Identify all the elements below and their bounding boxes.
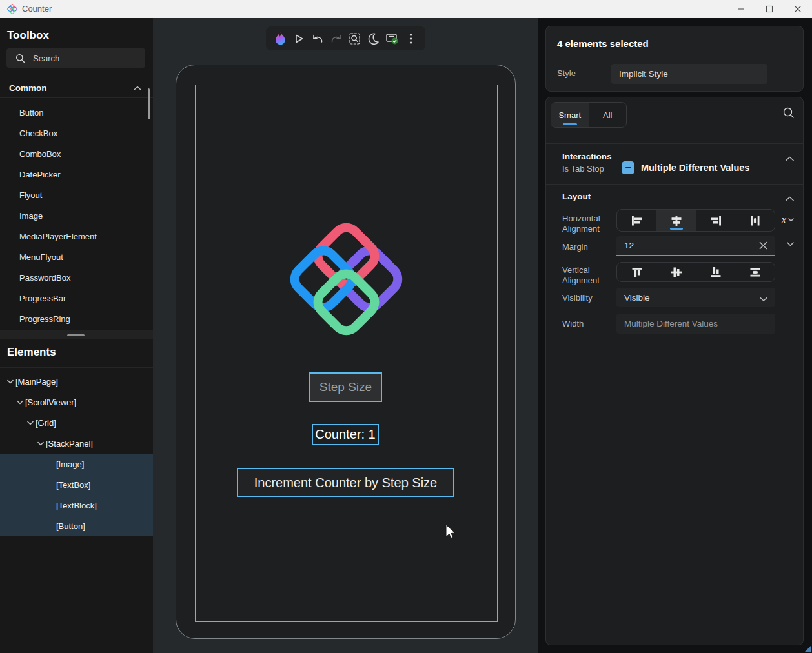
active-tab-indicator (563, 123, 577, 125)
toolbox-item-image[interactable]: Image (0, 205, 153, 226)
chevron-down-icon[interactable] (15, 400, 25, 405)
toolbox-item-passwordbox[interactable]: PasswordBox (0, 267, 153, 288)
chevron-up-icon (134, 86, 141, 91)
left-panel: Toolbox Common Button CheckBox ComboBox … (0, 18, 153, 653)
tab-all[interactable]: All (589, 103, 627, 127)
toolbox-item-progressbar[interactable]: ProgressBar (0, 288, 153, 308)
selection-title: 4 elements selected (557, 38, 649, 49)
tree-item-mainpage[interactable]: [MainPage] (0, 371, 153, 392)
toolbox-item-datepicker[interactable]: DatePicker (0, 164, 153, 185)
width-field[interactable]: Multiple Different Values (616, 314, 775, 334)
stretch-vertical-button[interactable] (735, 263, 775, 281)
style-value: Implicit Style (619, 69, 668, 79)
selection-card: 4 elements selected Style Implicit Style (545, 26, 804, 92)
theme-toggle-button[interactable] (365, 30, 382, 47)
chevron-down-icon[interactable] (25, 421, 36, 425)
chevron-down-icon (788, 218, 794, 222)
margin-field[interactable] (616, 236, 775, 256)
align-left-button[interactable] (617, 210, 656, 231)
toolbox-item-progressring[interactable]: ProgressRing (0, 308, 153, 329)
tree-item-image[interactable]: [Image] (0, 454, 153, 474)
toolbox-item-checkbox[interactable]: CheckBox (0, 123, 153, 143)
tab-smart[interactable]: Smart (551, 103, 589, 127)
visibility-dropdown[interactable]: Visible (616, 288, 775, 307)
panel-splitter[interactable] (0, 330, 153, 339)
tree-item-grid[interactable]: [Grid] (0, 412, 153, 433)
close-button[interactable] (784, 0, 812, 18)
align-center-horizontal-button[interactable] (656, 210, 696, 231)
stretch-horizontal-button[interactable] (735, 210, 775, 231)
window-resize-grip[interactable] (805, 646, 811, 652)
align-bottom-button[interactable] (696, 263, 735, 281)
properties-search-button[interactable] (782, 106, 795, 122)
toolbox-item-combobox[interactable]: ComboBox (0, 143, 153, 164)
toolbox-item-flyout[interactable]: Flyout (0, 185, 153, 205)
tree-item-label: [TextBlock] (56, 501, 97, 510)
toolbox-item-button[interactable]: Button (0, 102, 153, 123)
toolbox-item-mediaplayerelement[interactable]: MediaPlayerElement (0, 226, 153, 246)
chevron-up-icon (786, 196, 794, 201)
stretch-horizontal-icon (749, 216, 762, 226)
toolbox-item-menuflyout[interactable]: MenuFlyout (0, 246, 153, 267)
align-top-icon (631, 266, 643, 278)
expression-binding-button[interactable]: x (781, 214, 794, 226)
app-logo-image[interactable] (276, 208, 416, 350)
horizontal-alignment-label: Horizontal Alignment (562, 214, 610, 234)
design-canvas[interactable]: Step Size Counter: 1 Increment Counter b… (153, 18, 538, 653)
align-right-icon (709, 216, 722, 226)
layout-section-title: Layout (562, 192, 591, 201)
tree-item-textbox[interactable]: [TextBox] (0, 474, 153, 495)
toolbox-item-label: Image (19, 211, 43, 221)
more-options-button[interactable] (403, 30, 420, 47)
indeterminate-dash-icon (625, 167, 631, 169)
hot-design-flame-button[interactable] (272, 30, 289, 47)
interactions-collapse-button[interactable] (786, 152, 794, 164)
moon-icon (367, 32, 380, 45)
chevron-down-icon (787, 242, 794, 246)
minimize-button[interactable] (727, 0, 755, 18)
tree-item-label: [TextBox] (56, 480, 90, 490)
width-value: Multiple Different Values (624, 319, 718, 328)
is-tab-stop-checkbox[interactable] (622, 161, 634, 174)
is-tab-stop-label: Is Tab Stop (562, 164, 604, 174)
grid-selection-adorner[interactable] (195, 85, 498, 622)
play-button[interactable] (290, 30, 307, 47)
maximize-button[interactable] (755, 0, 784, 18)
properties-card: Smart All Interactions Is Tab Stop Multi… (545, 97, 804, 645)
toolbox-search[interactable] (6, 48, 145, 68)
align-center-vertical-button[interactable] (656, 263, 696, 281)
clear-x-icon (759, 241, 767, 250)
clear-margin-button[interactable] (759, 241, 767, 252)
tree-item-scrollviewer[interactable]: [ScrollViewer] (0, 392, 153, 412)
vertical-alignment-control (616, 262, 775, 282)
toolbox-search-input[interactable] (33, 54, 130, 63)
layout-collapse-button[interactable] (786, 192, 794, 204)
tree-item-stackpanel[interactable]: [StackPanel] (0, 433, 153, 454)
style-field[interactable]: Implicit Style (611, 64, 767, 84)
undo-button[interactable] (309, 30, 326, 47)
tree-item-label: [Image] (56, 459, 84, 469)
margin-expand-button[interactable] (787, 242, 794, 246)
step-size-textbox[interactable]: Step Size (309, 372, 382, 402)
applied-changes-button[interactable] (384, 30, 401, 47)
tab-smart-label: Smart (558, 110, 581, 120)
align-top-button[interactable] (617, 263, 656, 281)
chevron-down-icon[interactable] (36, 441, 46, 446)
counter-textblock[interactable]: Counter: 1 (312, 424, 379, 445)
increment-counter-button[interactable]: Increment Counter by Step Size (237, 468, 454, 497)
chevron-up-icon (786, 156, 794, 161)
chevron-down-icon[interactable] (5, 379, 15, 384)
toolbox-item-label: ProgressRing (19, 314, 70, 324)
tree-item-textblock[interactable]: [TextBlock] (0, 495, 153, 516)
margin-input[interactable] (624, 241, 740, 250)
toolbox-item-label: MenuFlyout (19, 252, 63, 262)
align-right-button[interactable] (696, 210, 735, 231)
align-center-vertical-icon (671, 266, 682, 278)
hot-reload-flame-icon (275, 32, 286, 45)
zoom-selection-button[interactable] (347, 30, 363, 47)
property-tabs: Smart All (551, 102, 627, 128)
toolbox-section-common[interactable]: Common (0, 79, 153, 98)
redo-button[interactable] (328, 30, 345, 47)
kebab-menu-icon (409, 33, 412, 45)
tree-item-button[interactable]: [Button] (0, 516, 153, 536)
